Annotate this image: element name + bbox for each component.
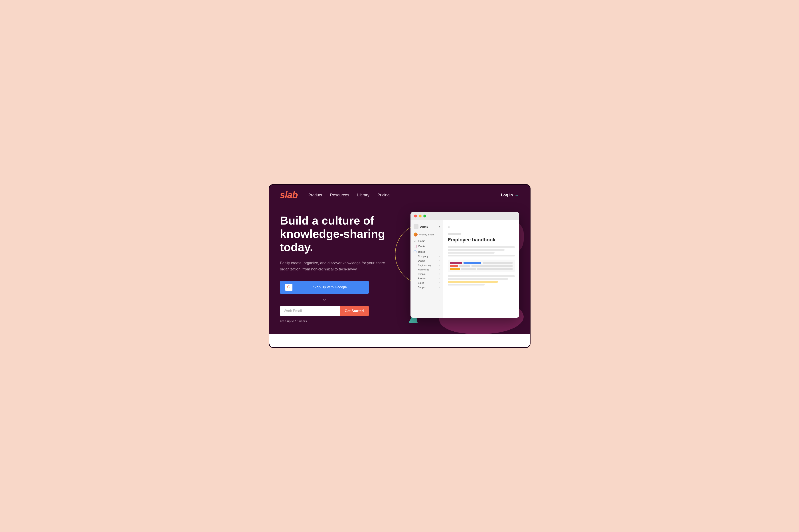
chart-row-1 <box>450 262 512 264</box>
workspace-icon <box>414 224 418 229</box>
hero-left: Build a culture of knowledge-sharing tod… <box>280 210 404 334</box>
free-users-text: Free up to 10 users <box>280 319 404 323</box>
main-content: ≡ Employee handbook <box>443 220 519 318</box>
topics-header: Topics + <box>414 250 440 253</box>
workspace-name: Apple <box>420 225 428 228</box>
logo: slab <box>280 190 298 201</box>
topics-label: Topics <box>418 250 425 253</box>
skeleton-line <box>448 249 505 251</box>
skeleton-line <box>448 275 515 277</box>
bar-red <box>450 262 462 264</box>
google-icon: G <box>285 284 292 291</box>
bar-blue <box>464 262 481 264</box>
hero-section: Build a culture of knowledge-sharing tod… <box>269 205 530 334</box>
mini-chart <box>448 260 515 272</box>
avatar <box>414 232 418 236</box>
bar-yellow <box>450 268 460 270</box>
google-btn-label: Sign up with Google <box>297 285 363 289</box>
traffic-light-yellow[interactable] <box>419 214 422 217</box>
email-form: Get Started <box>280 306 369 316</box>
traffic-light-red[interactable] <box>414 214 417 217</box>
bar-gray <box>459 265 470 267</box>
login-button[interactable]: Log In → <box>501 193 519 198</box>
hero-subtitle: Easily create, organize, and discover kn… <box>280 260 386 272</box>
topic-company-label: Company <box>418 255 429 258</box>
sidebar-home-label: Home <box>418 240 425 242</box>
nav-item-product[interactable]: Product <box>308 193 322 197</box>
chart-row-3 <box>450 268 512 270</box>
skeleton-line <box>448 246 515 248</box>
drafts-icon <box>414 245 417 248</box>
sidebar-item-support[interactable]: Support › <box>414 285 440 289</box>
skeleton-line <box>448 284 485 285</box>
hero-title: Build a culture of knowledge-sharing tod… <box>280 214 404 254</box>
bar-rest <box>483 262 512 264</box>
skeleton-line <box>448 278 508 280</box>
sidebar-item-design[interactable]: Design › <box>414 259 440 263</box>
sidebar-item-product[interactable]: Product › <box>414 276 440 281</box>
nav-item-pricing[interactable]: Pricing <box>377 193 389 197</box>
nav-item-library[interactable]: Library <box>357 193 369 197</box>
google-signup-button[interactable]: G Sign up with Google <box>280 281 369 294</box>
divider-line-left <box>280 300 320 300</box>
topic-design-label: Design <box>418 259 425 262</box>
bar-orange <box>450 265 458 267</box>
nav-item-resources[interactable]: Resources <box>330 193 349 197</box>
user-name: Wendy Shen <box>419 233 434 236</box>
topics-icon <box>414 250 416 253</box>
email-input[interactable] <box>280 306 340 316</box>
topic-marketing-label: Marketing <box>418 268 429 271</box>
chevron-icon: › <box>439 260 440 262</box>
topic-engineering-label: Engineering <box>418 264 431 266</box>
divider-line-right <box>329 300 368 300</box>
menu-icon[interactable]: ≡ <box>448 225 515 229</box>
bottom-strip <box>269 334 530 347</box>
chart-row-2 <box>450 265 512 267</box>
app-window: Apple ▾ Wendy Shen ⌂ <box>411 212 519 318</box>
topic-sales-label: Sales <box>418 282 424 284</box>
workspace-chevron-icon: ▾ <box>439 225 440 228</box>
home-icon: ⌂ <box>414 240 417 243</box>
sidebar-workspace[interactable]: Apple ▾ <box>411 223 443 232</box>
or-text: or <box>323 298 326 302</box>
sidebar-drafts-label: Drafts <box>418 245 425 248</box>
chevron-icon: › <box>439 255 440 258</box>
sidebar-item-engineering[interactable]: Engineering › <box>414 263 440 267</box>
topic-people-label: People <box>418 273 425 275</box>
bar-gray <box>461 268 476 270</box>
chevron-icon: › <box>439 277 440 280</box>
chevron-icon: › <box>439 273 440 275</box>
traffic-light-green[interactable] <box>423 214 426 217</box>
bar-rest <box>472 265 512 267</box>
get-started-button[interactable]: Get Started <box>340 306 368 316</box>
skeleton-line <box>448 281 498 283</box>
hero-right: Apple ▾ Wendy Shen ⌂ <box>404 210 519 334</box>
sidebar: Apple ▾ Wendy Shen ⌂ <box>411 220 443 318</box>
sidebar-user: Wendy Shen <box>411 232 443 238</box>
doc-title-skeleton <box>448 233 461 235</box>
skeleton-line <box>448 255 515 256</box>
sidebar-item-drafts[interactable]: Drafts <box>411 244 443 249</box>
navbar: slab Product Resources Library Pricing L… <box>269 185 530 205</box>
chevron-icon: › <box>439 264 440 266</box>
topics-add-button[interactable]: + <box>438 250 440 253</box>
nav-links: Product Resources Library Pricing <box>308 193 389 197</box>
doc-title: Employee handbook <box>448 237 515 243</box>
sidebar-item-people[interactable]: People › <box>414 272 440 276</box>
chevron-icon: › <box>439 286 440 288</box>
sidebar-item-company[interactable]: Company › <box>414 254 440 259</box>
topics-section: Topics + Company › Design › <box>411 249 443 291</box>
sidebar-item-home[interactable]: ⌂ Home <box>411 238 443 244</box>
window-titlebar <box>411 212 519 220</box>
sidebar-item-sales[interactable]: Sales › <box>414 281 440 285</box>
bar-rest <box>477 268 512 270</box>
google-g-letter: G <box>287 285 290 289</box>
skeleton-line <box>448 252 494 253</box>
screen-wrapper: slab Product Resources Library Pricing L… <box>269 184 530 348</box>
login-arrow-icon: → <box>515 193 519 198</box>
sidebar-item-marketing[interactable]: Marketing › <box>414 267 440 272</box>
topic-product-label: Product <box>418 277 426 280</box>
topic-support-label: Support <box>418 286 427 289</box>
chevron-icon: › <box>439 268 440 271</box>
window-body: Apple ▾ Wendy Shen ⌂ <box>411 220 519 318</box>
